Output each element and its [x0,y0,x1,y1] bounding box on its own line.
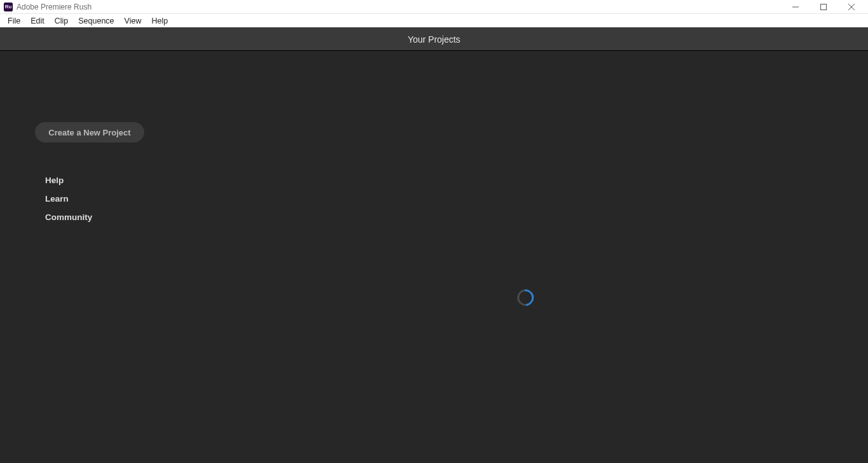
window-controls [790,2,864,12]
menu-clip[interactable]: Clip [50,15,74,27]
titlebar: Ru Adobe Premiere Rush [0,0,868,14]
minimize-button[interactable] [790,2,801,12]
app-icon: Ru [4,3,13,11]
spinner-icon [514,286,538,310]
app-title: Adobe Premiere Rush [17,3,92,11]
menu-view[interactable]: View [119,15,147,27]
menu-file[interactable]: File [3,15,25,27]
projects-tab-header: Your Projects [0,27,868,51]
sidebar-links: Help Learn Community [35,176,178,222]
menu-edit[interactable]: Edit [25,15,50,27]
maximize-button[interactable] [818,2,829,12]
sidebar-link-learn[interactable]: Learn [45,194,178,204]
create-new-project-button[interactable]: Create a New Project [35,122,144,142]
menubar: File Edit Clip Sequence View Help [0,14,868,27]
close-button[interactable] [846,2,857,12]
sidebar-link-help[interactable]: Help [45,176,178,185]
projects-tab-label: Your Projects [408,34,461,45]
app-icon-text: Ru [5,4,12,10]
sidebar: Create a New Project Help Learn Communit… [0,51,178,463]
sidebar-link-community[interactable]: Community [45,212,178,222]
menu-sequence[interactable]: Sequence [73,15,119,27]
loading-spinner [517,289,534,306]
menu-help[interactable]: Help [146,15,173,27]
main-area: Create a New Project Help Learn Communit… [0,51,868,463]
svg-rect-1 [821,4,827,10]
